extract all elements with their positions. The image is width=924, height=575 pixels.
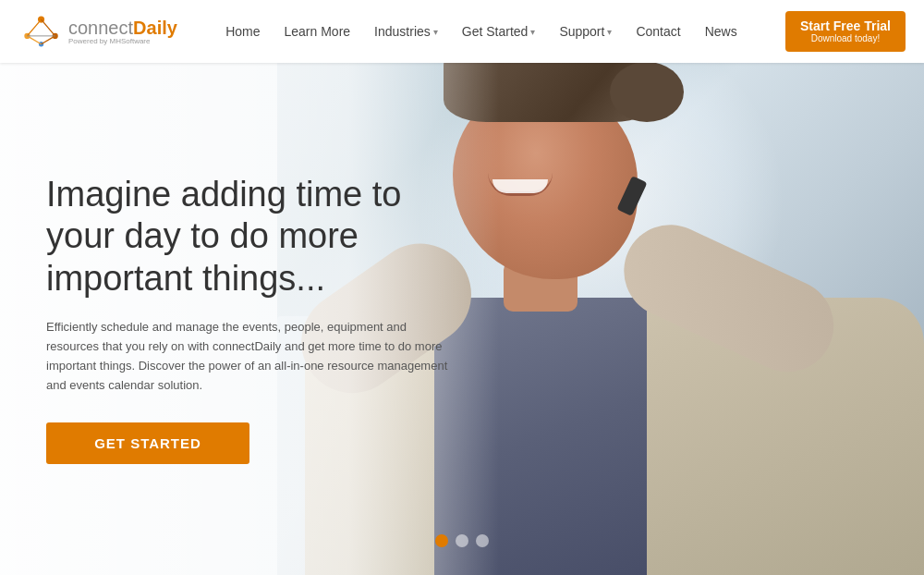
slide-dot-2[interactable] — [456, 534, 468, 547]
brand-prefix: connect — [68, 18, 133, 39]
nav-contact[interactable]: Contact — [626, 18, 689, 44]
support-caret: ▾ — [607, 27, 612, 37]
hero-section: Imagine adding time to your day to do mo… — [0, 63, 924, 575]
logo-area: connect Daily Powered by MHSoftware — [18, 13, 177, 50]
slide-dot-1[interactable] — [435, 534, 448, 547]
logo-text: connect Daily Powered by MHSoftware — [68, 18, 177, 45]
nav-news[interactable]: News — [696, 18, 747, 44]
svg-line-5 — [42, 19, 55, 36]
svg-line-7 — [42, 36, 55, 44]
slide-dot-3[interactable] — [476, 534, 489, 547]
hero-content: Imagine adding time to your day to do mo… — [0, 63, 490, 575]
brand-suffix: Daily — [133, 18, 177, 39]
nav-industries[interactable]: Industries ▾ — [365, 18, 447, 44]
site-header: connect Daily Powered by MHSoftware Home… — [0, 0, 924, 63]
trial-button-sub-label: Download today! — [800, 33, 891, 44]
nav-home[interactable]: Home — [216, 18, 269, 44]
trial-button-main-label: Start Free Trial — [800, 18, 891, 34]
nav-learn-more[interactable]: Learn More — [274, 18, 359, 44]
nav-support[interactable]: Support ▾ — [550, 18, 621, 44]
main-nav: Home Learn More Industries ▾ Get Started… — [216, 18, 747, 44]
industries-caret: ▾ — [433, 27, 438, 37]
hero-cta-button[interactable]: GET STARTED — [46, 422, 249, 464]
start-trial-button[interactable]: Start Free Trial Download today! — [785, 11, 906, 53]
nav-get-started[interactable]: Get Started ▾ — [453, 18, 545, 44]
person-teeth — [492, 179, 548, 193]
hero-headline: Imagine adding time to your day to do mo… — [46, 174, 453, 300]
hero-body-text: Efficiently schedule and manage the even… — [46, 318, 453, 395]
get-started-caret: ▾ — [530, 27, 535, 37]
svg-line-4 — [27, 19, 41, 36]
person-hair-bun — [610, 63, 684, 122]
logo-icon — [18, 13, 65, 50]
powered-by: Powered by MHSoftware — [68, 37, 177, 45]
svg-line-6 — [27, 36, 41, 44]
slide-indicators — [435, 534, 489, 547]
